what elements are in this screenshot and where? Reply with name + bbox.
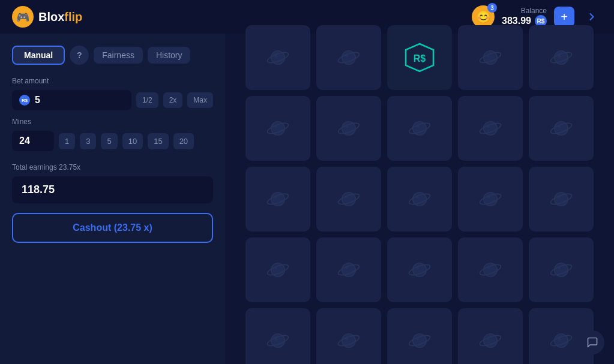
total-earnings-label: Total earnings 23.75x bbox=[12, 163, 213, 172]
bet-input-wrapper: R$ bbox=[12, 90, 131, 110]
planet-icon bbox=[265, 257, 290, 282]
tile[interactable] bbox=[245, 167, 310, 231]
bet-input-row: R$ 1/2 2x Max bbox=[12, 90, 213, 110]
main: Manual ? Fairness History Bet amount R$ … bbox=[0, 34, 614, 364]
svg-point-69 bbox=[416, 336, 419, 339]
planet-icon bbox=[478, 186, 503, 212]
mines-quick-20[interactable]: 20 bbox=[173, 133, 194, 149]
planet-icon bbox=[407, 328, 432, 353]
svg-point-45 bbox=[558, 195, 561, 198]
tile[interactable] bbox=[316, 167, 381, 231]
mines-quick-10[interactable]: 10 bbox=[122, 133, 143, 149]
balance-label: Balance bbox=[521, 7, 547, 15]
game-grid: R$ bbox=[245, 25, 594, 365]
svg-point-18 bbox=[274, 124, 277, 127]
svg-point-4 bbox=[274, 53, 277, 56]
svg-point-24 bbox=[416, 124, 419, 127]
svg-point-30 bbox=[558, 124, 561, 127]
tile[interactable] bbox=[529, 167, 594, 231]
planet-icon bbox=[336, 186, 361, 212]
bet-input[interactable] bbox=[35, 95, 71, 106]
planet-icon bbox=[478, 257, 503, 282]
planet-icon bbox=[265, 186, 290, 212]
mines-quick-1[interactable]: 1 bbox=[59, 133, 75, 149]
svg-point-12 bbox=[487, 53, 490, 56]
svg-point-54 bbox=[416, 266, 419, 269]
tile[interactable] bbox=[387, 96, 452, 161]
svg-text:🎮: 🎮 bbox=[16, 11, 30, 24]
mines-input-wrapper bbox=[12, 131, 54, 151]
rs-icon: R$ bbox=[19, 95, 30, 106]
planet-icon bbox=[549, 116, 574, 141]
bet-double-button[interactable]: 2x bbox=[163, 92, 183, 108]
planet-icon bbox=[478, 116, 503, 141]
svg-point-39 bbox=[416, 195, 419, 198]
tile[interactable] bbox=[245, 308, 310, 365]
mines-label: Mines bbox=[12, 118, 213, 126]
bet-max-button[interactable]: Max bbox=[187, 92, 213, 108]
tile[interactable] bbox=[458, 96, 523, 161]
svg-point-63 bbox=[274, 336, 277, 339]
tile[interactable] bbox=[245, 237, 310, 302]
svg-point-33 bbox=[274, 195, 277, 198]
add-funds-button[interactable]: + bbox=[554, 7, 574, 27]
svg-point-42 bbox=[487, 195, 490, 198]
tile[interactable] bbox=[458, 237, 523, 302]
planet-icon bbox=[478, 45, 503, 70]
tab-manual[interactable]: Manual bbox=[12, 46, 65, 65]
planet-icon bbox=[336, 45, 361, 70]
tile[interactable] bbox=[458, 308, 523, 365]
tile[interactable] bbox=[316, 237, 381, 302]
mines-quick-15[interactable]: 15 bbox=[148, 133, 168, 149]
total-earnings-value: 118.75 bbox=[12, 176, 213, 203]
svg-point-66 bbox=[345, 336, 348, 339]
planet-icon bbox=[407, 116, 432, 141]
planet-icon bbox=[265, 116, 290, 141]
tile[interactable]: R$ bbox=[387, 25, 452, 90]
tab-fairness[interactable]: Fairness bbox=[94, 47, 143, 64]
mines-row: 1 3 5 10 15 20 bbox=[12, 131, 213, 151]
tile[interactable] bbox=[529, 96, 594, 161]
planet-icon bbox=[265, 45, 290, 70]
tile[interactable] bbox=[458, 25, 523, 90]
left-panel: Manual ? Fairness History Bet amount R$ … bbox=[0, 34, 225, 364]
mines-quick-5[interactable]: 5 bbox=[101, 133, 117, 149]
logo-icon: 🎮 bbox=[12, 6, 34, 28]
avatar-badge: 3 bbox=[487, 3, 497, 13]
planet-icon bbox=[336, 116, 361, 141]
svg-point-48 bbox=[274, 266, 277, 269]
tile[interactable] bbox=[387, 237, 452, 302]
mines-quick-3[interactable]: 3 bbox=[80, 133, 96, 149]
tile[interactable] bbox=[245, 25, 310, 90]
logo-text: Bloxflip bbox=[38, 10, 82, 24]
svg-point-15 bbox=[558, 53, 561, 56]
tile[interactable] bbox=[316, 25, 381, 90]
planet-icon bbox=[549, 328, 574, 353]
tile[interactable] bbox=[387, 167, 452, 231]
tile[interactable] bbox=[387, 308, 452, 365]
right-panel: R$ bbox=[225, 34, 614, 364]
tab-history[interactable]: History bbox=[148, 47, 191, 64]
svg-point-60 bbox=[558, 266, 561, 269]
svg-point-72 bbox=[487, 336, 490, 339]
svg-point-36 bbox=[345, 195, 348, 198]
tab-help[interactable]: ? bbox=[70, 46, 89, 65]
chat-icon bbox=[586, 336, 598, 348]
svg-point-51 bbox=[345, 266, 348, 269]
planet-icon bbox=[549, 257, 574, 282]
planet-icon bbox=[549, 186, 574, 212]
tile[interactable] bbox=[529, 25, 594, 90]
tile[interactable] bbox=[458, 167, 523, 231]
cashout-button[interactable]: Cashout (23.75 x) bbox=[12, 213, 213, 243]
tab-bar: Manual ? Fairness History bbox=[12, 46, 213, 65]
svg-point-7 bbox=[345, 53, 348, 56]
chat-button[interactable] bbox=[580, 330, 604, 354]
login-button[interactable] bbox=[582, 7, 602, 27]
bet-half-button[interactable]: 1/2 bbox=[136, 92, 158, 108]
tile[interactable] bbox=[316, 96, 381, 161]
tile[interactable] bbox=[529, 237, 594, 302]
svg-point-57 bbox=[487, 266, 490, 269]
tile[interactable] bbox=[316, 308, 381, 365]
mines-input[interactable] bbox=[19, 136, 43, 146]
tile[interactable] bbox=[245, 96, 310, 161]
